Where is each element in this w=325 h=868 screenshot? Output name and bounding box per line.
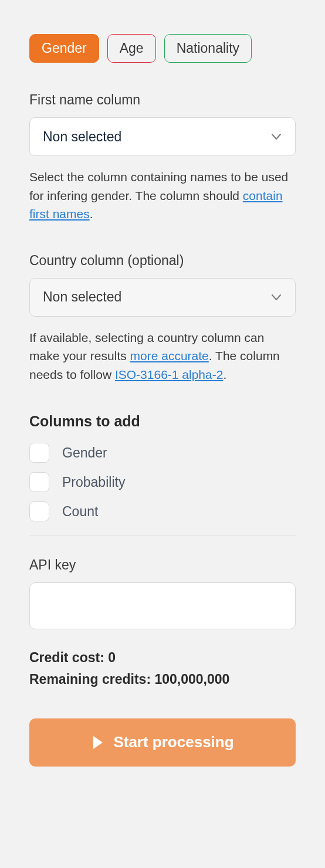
- settings-panel: Gender Age Nationality First name column…: [12, 12, 313, 784]
- remaining-credits-value: 100,000,000: [154, 672, 229, 687]
- columns-heading: Columns to add: [29, 413, 296, 430]
- country-select-value: Non selected: [43, 289, 121, 305]
- tab-nationality[interactable]: Nationality: [164, 34, 252, 63]
- country-label: Country column (optional): [29, 253, 296, 269]
- chevron-down-icon: [270, 291, 282, 303]
- start-processing-button[interactable]: Start processing: [29, 718, 296, 767]
- divider: [29, 535, 296, 536]
- country-help: If available, selecting a country column…: [29, 328, 296, 384]
- start-processing-label: Start processing: [113, 733, 233, 751]
- credits-block: Credit cost: 0 Remaining credits: 100,00…: [29, 647, 296, 690]
- api-key-section: API key: [29, 557, 296, 629]
- tab-age[interactable]: Age: [107, 34, 156, 63]
- credit-cost-value: 0: [108, 650, 116, 665]
- api-key-input[interactable]: [29, 582, 296, 629]
- check-row-gender: Gender: [29, 443, 296, 463]
- checkbox-count[interactable]: [29, 501, 49, 521]
- first-name-select[interactable]: Non selected: [29, 117, 296, 156]
- first-name-section: First name column Non selected Select th…: [29, 92, 296, 223]
- remaining-credits-line: Remaining credits: 100,000,000: [29, 669, 296, 690]
- mode-tabs: Gender Age Nationality: [29, 34, 296, 63]
- checkbox-gender-label: Gender: [62, 445, 107, 461]
- check-row-probability: Probability: [29, 472, 296, 492]
- play-icon: [93, 736, 103, 749]
- checkbox-probability[interactable]: [29, 472, 49, 492]
- credit-cost-line: Credit cost: 0: [29, 647, 296, 669]
- checkbox-count-label: Count: [62, 504, 98, 520]
- columns-to-add-section: Columns to add Gender Probability Count: [29, 413, 296, 521]
- checkbox-gender[interactable]: [29, 443, 49, 463]
- chevron-down-icon: [270, 131, 282, 143]
- country-select[interactable]: Non selected: [29, 278, 296, 317]
- first-name-help: Select the column containing names to be…: [29, 168, 296, 223]
- first-name-label: First name column: [29, 92, 296, 108]
- checkbox-probability-label: Probability: [62, 474, 125, 490]
- more-accurate-link[interactable]: more accurate: [130, 349, 209, 362]
- api-key-label: API key: [29, 557, 296, 573]
- iso-link[interactable]: ISO-3166-1 alpha-2: [115, 368, 223, 381]
- check-row-count: Count: [29, 501, 296, 521]
- country-section: Country column (optional) Non selected I…: [29, 253, 296, 384]
- tab-gender[interactable]: Gender: [29, 34, 99, 63]
- first-name-select-value: Non selected: [43, 129, 121, 145]
